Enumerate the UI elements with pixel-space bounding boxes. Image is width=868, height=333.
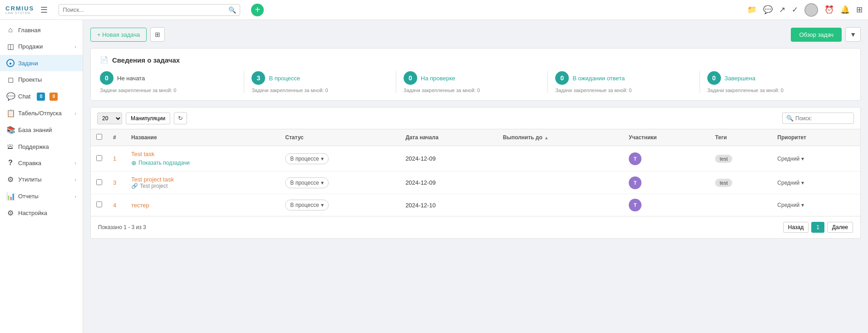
- select-all-checkbox[interactable]: [96, 134, 102, 140]
- row-checkbox[interactable]: [96, 179, 102, 185]
- search-input[interactable]: [63, 6, 228, 13]
- participant-avatar: Т: [629, 199, 641, 211]
- chevron-right-icon: ›: [74, 44, 76, 49]
- priority-cell[interactable]: Средний ▾: [777, 180, 855, 186]
- row-checkbox-cell: [91, 171, 108, 194]
- participant-avatar: Т: [629, 152, 641, 165]
- grid-icon[interactable]: ⊞: [856, 5, 863, 15]
- avatar[interactable]: [804, 3, 818, 17]
- stat-circle-2: 0: [404, 71, 417, 85]
- menu-toggle-icon[interactable]: ☰: [40, 5, 48, 15]
- table-search[interactable]: 🔍: [782, 113, 854, 124]
- table-row: 4 тестер В процессе ▾ 2024-12-10 Т: [91, 194, 860, 216]
- tag-badge: test: [715, 155, 732, 163]
- col-status: Статус: [280, 129, 400, 146]
- status-badge[interactable]: В процессе ▾: [285, 177, 328, 188]
- row-checkbox[interactable]: [96, 155, 102, 161]
- stat-label-3: В ожидании ответа: [572, 75, 625, 82]
- row-participants: Т: [623, 194, 710, 216]
- task-name-link[interactable]: Test task: [131, 151, 274, 157]
- global-add-button[interactable]: +: [251, 4, 264, 16]
- task-overview-button[interactable]: Обзор задач: [791, 28, 842, 42]
- projects-icon: ◻: [6, 75, 15, 84]
- stat-label-0: Не начата: [117, 75, 145, 82]
- status-badge[interactable]: В процессе ▾: [285, 200, 328, 211]
- row-checkbox[interactable]: [96, 201, 102, 207]
- chat-icon[interactable]: 💬: [763, 5, 773, 15]
- sidebar-item-knowledge[interactable]: 📚 База знаний: [0, 122, 83, 138]
- stat-circle-0: 0: [100, 71, 113, 85]
- col-participants: Участники: [623, 129, 710, 146]
- action-bar: + Новая задача ⊞ Обзор задач ▼: [90, 27, 861, 42]
- filter-button[interactable]: ▼: [845, 27, 861, 42]
- sales-icon: ◫: [6, 42, 15, 51]
- row-name-cell: Test project task 🔗 Test project: [126, 171, 280, 194]
- share-icon[interactable]: ↗: [779, 5, 785, 15]
- row-status-cell: В процессе ▾: [280, 171, 400, 194]
- col-tags: Теги: [710, 129, 772, 146]
- manipulate-button[interactable]: Манипуляции: [126, 113, 170, 124]
- row-date-end: [498, 146, 623, 171]
- sidebar-item-tasks[interactable]: ● Задачи: [0, 55, 83, 71]
- row-priority: Средний ▾: [772, 194, 860, 216]
- sidebar-item-projects[interactable]: ◻ Проекты: [0, 71, 83, 88]
- show-subtasks-link[interactable]: ⊕ Показать подзадачи: [131, 159, 274, 166]
- next-page-button[interactable]: Далее: [827, 222, 853, 233]
- sidebar-item-tabel[interactable]: 📋 Табель/Отпуска ›: [0, 105, 83, 122]
- row-num: 4: [108, 194, 126, 216]
- row-participants: Т: [623, 171, 710, 194]
- sidebar-item-help[interactable]: ? Справка ›: [0, 155, 83, 171]
- row-tags: test: [710, 146, 772, 171]
- sidebar-item-sales[interactable]: ◫ Продажи ›: [0, 38, 83, 55]
- tasks-table-card: 20 50 100 Манипуляции ↻ 🔍: [90, 107, 861, 239]
- sidebar-item-support[interactable]: 🛎 Поддержка: [0, 138, 83, 155]
- new-task-button[interactable]: + Новая задача: [90, 28, 147, 42]
- priority-cell[interactable]: Средний ▾: [777, 156, 855, 162]
- sidebar-item-settings[interactable]: ⚙ Настройка: [0, 205, 83, 221]
- stat-label-4: Завершена: [725, 75, 755, 82]
- table-search-input[interactable]: [795, 115, 850, 122]
- clock-icon[interactable]: ⏰: [824, 5, 834, 15]
- sidebar-item-reports[interactable]: 📊 Отчеты ›: [0, 188, 83, 205]
- project-link[interactable]: 🔗 Test project: [131, 183, 274, 189]
- global-search[interactable]: 🔍: [59, 4, 240, 16]
- tasks-icon: ●: [6, 59, 15, 67]
- task-name-link[interactable]: тестер: [131, 202, 274, 209]
- sidebar-item-utils[interactable]: ⚙ Утилиты ›: [0, 171, 83, 188]
- stat-sub-3: Задачи закрепленные за мной: 0: [555, 88, 692, 93]
- utils-icon: ⚙: [6, 175, 15, 184]
- task-name-link[interactable]: Test project task: [131, 176, 274, 183]
- priority-cell[interactable]: Средний ▾: [777, 202, 855, 208]
- tasks-table: # Название Статус Дата начала Выполнить …: [91, 129, 860, 216]
- sidebar-item-chat[interactable]: 💬 Chat 0 0: [0, 88, 83, 105]
- sort-asc-icon[interactable]: ▲: [544, 135, 549, 140]
- sidebar-item-home[interactable]: ⌂ Главная: [0, 22, 83, 38]
- files-icon[interactable]: 📁: [747, 5, 757, 15]
- col-checkbox: [91, 129, 108, 146]
- grid-view-button[interactable]: ⊞: [150, 27, 165, 42]
- stat-sub-0: Задачи закрепленные за мной: 0: [100, 88, 237, 93]
- sidebar: ⌂ Главная ◫ Продажи › ● Задачи ◻ Проекты…: [0, 20, 83, 333]
- document-icon: 📄: [100, 56, 108, 64]
- stat-label-2: На проверке: [421, 75, 455, 82]
- refresh-button[interactable]: ↻: [174, 112, 187, 124]
- priority-dropdown-icon: ▾: [801, 202, 804, 208]
- prev-page-button[interactable]: Назад: [783, 222, 809, 233]
- sidebar-item-label: Продажи: [18, 43, 43, 50]
- bell-icon[interactable]: 🔔: [840, 5, 850, 15]
- check-icon[interactable]: ✓: [792, 5, 798, 15]
- pagination-buttons: Назад 1 Далее: [783, 222, 853, 233]
- per-page-select[interactable]: 20 50 100: [97, 113, 122, 124]
- stat-on-review: 0 На проверке Задачи закрепленные за мно…: [396, 71, 548, 93]
- plus-circle-icon: ⊕: [131, 159, 137, 166]
- status-stats: 0 Не начата Задачи закрепленные за мной:…: [100, 71, 851, 93]
- col-date-end[interactable]: Выполнить до ▲: [498, 129, 623, 146]
- status-badge[interactable]: В процессе ▾: [285, 153, 328, 164]
- pagination: Показано 1 - 3 из 3 Назад 1 Далее: [91, 216, 860, 238]
- participant-avatar: Т: [629, 176, 641, 189]
- current-page-button[interactable]: 1: [811, 222, 824, 233]
- sidebar-item-label: Chat: [18, 93, 30, 100]
- chat-badge-2: 0: [49, 93, 58, 101]
- col-num: #: [108, 129, 126, 146]
- sidebar-item-label: Проекты: [18, 76, 42, 83]
